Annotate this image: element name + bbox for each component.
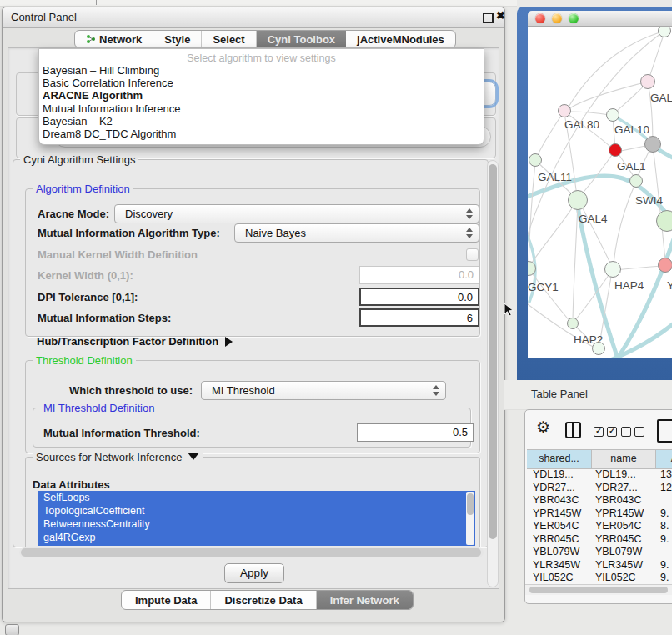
table-header-row: shared... name A <box>527 449 672 469</box>
table-row[interactable]: YBR045C YBR045C 9. <box>527 533 672 547</box>
control-panel-window: Control Panel ✖ Network Style Select Cyn… <box>2 7 505 622</box>
which-threshold-combobox[interactable]: MI Threshold <box>201 381 446 400</box>
deselect-all-columns-icon[interactable] <box>621 427 644 437</box>
network-node[interactable] <box>658 258 672 272</box>
gear-icon[interactable]: ⚙ <box>536 418 550 437</box>
mi-threshold-field[interactable]: 0.5 <box>357 423 474 442</box>
network-node[interactable] <box>592 342 605 355</box>
network-view-window: GALGAL80GAL10GAL1GAL11SWI4GAL4GCY1HAP4YH… <box>517 7 672 380</box>
menu-item-mutual-information[interactable]: Mutual Information Inference <box>39 102 484 115</box>
node-label: GAL4 <box>579 212 608 225</box>
settings-horizontal-scrollbar[interactable] <box>19 548 484 558</box>
cell-name: YDL19... <box>592 468 656 482</box>
tab-style[interactable]: Style <box>153 31 202 48</box>
network-node[interactable] <box>656 210 672 232</box>
table-row[interactable]: YDL19... YDL19... 13 <box>527 468 672 482</box>
minimized-panel-icon[interactable] <box>5 624 19 635</box>
tab-cyni-toolbox[interactable]: Cyni Toolbox <box>257 31 346 48</box>
node-label: SWI4 <box>635 194 663 207</box>
column-header-name[interactable]: name <box>592 450 656 468</box>
network-canvas[interactable]: GALGAL80GAL10GAL1GAL11SWI4GAL4GCY1HAP4YH… <box>528 27 672 358</box>
node-label: GAL11 <box>538 171 572 183</box>
cell-shared-name: YBL079W <box>527 546 592 559</box>
network-window-titlebar[interactable] <box>528 11 672 27</box>
close-traffic-light-icon[interactable] <box>535 13 545 23</box>
tab-select[interactable]: Select <box>202 31 256 48</box>
apply-button[interactable]: Apply <box>224 563 284 583</box>
close-icon[interactable]: ✖ <box>496 9 505 22</box>
table-row[interactable]: YIL052C YIL052C 9. <box>527 572 672 584</box>
list-item[interactable]: gal4RGexp <box>38 531 475 544</box>
network-node[interactable] <box>604 261 621 278</box>
stepper-arrows-icon <box>465 228 473 238</box>
menu-item-aracne[interactable]: ARACNE Algorithm <box>39 89 484 102</box>
network-node[interactable] <box>568 190 588 210</box>
network-node[interactable] <box>609 143 622 157</box>
tab-infer-network[interactable]: Infer Network <box>317 591 413 609</box>
tab-discretize-data[interactable]: Discretize Data <box>211 591 316 609</box>
menu-item-dream8[interactable]: Dream8 DC_TDC Algorithm <box>39 128 484 140</box>
network-node[interactable] <box>640 74 655 89</box>
network-node[interactable] <box>629 174 643 188</box>
tab-jactivemnodules[interactable]: jActiveMNodules <box>346 31 455 48</box>
bottom-tabbar: Impute Data Discretize Data Infer Networ… <box>121 590 414 610</box>
table-row[interactable]: YBL079W YBL079W <box>527 546 672 559</box>
scrollbar-thumb[interactable] <box>489 164 497 539</box>
settings-group-title: Cyni Algorithm Settings <box>20 153 138 166</box>
scrollbar-thumb[interactable] <box>21 548 481 557</box>
list-scrollbar[interactable] <box>466 492 474 545</box>
menu-item-basic-correlation[interactable]: Basic Correlation Inference <box>39 77 484 89</box>
threshold-definition-group: Threshold Definition Which threshold to … <box>25 360 480 453</box>
table-row[interactable]: YER054C YER054C 8. <box>527 520 672 533</box>
list-item[interactable]: TopologicalCoefficient <box>38 504 475 518</box>
mi-type-combobox[interactable]: Naive Bayes <box>234 223 479 242</box>
control-panel-tabbar: Network Style Select Cyni Toolbox jActiv… <box>74 30 456 48</box>
table-row[interactable]: YDR27... YDR27... 12 <box>527 482 672 495</box>
column-header-partial[interactable]: A <box>656 450 672 468</box>
list-item[interactable]: SelfLoops <box>38 491 475 504</box>
which-threshold-label: Which threshold to use: <box>69 384 193 397</box>
column-header-shared-name[interactable]: shared... <box>527 450 592 468</box>
export-table-icon[interactable] <box>657 419 672 442</box>
minimize-traffic-light-icon[interactable] <box>552 13 562 23</box>
menu-item-bayesian-k2[interactable]: Bayesian – K2 <box>39 115 484 128</box>
cell-value: 9. <box>656 533 672 547</box>
network-node[interactable] <box>567 318 579 329</box>
table-row[interactable]: YPR145W YPR145W 9. <box>527 508 672 521</box>
network-node[interactable] <box>558 104 571 118</box>
mi-steps-label: Mutual Information Steps: <box>38 312 171 324</box>
control-panel-titlebar[interactable]: Control Panel ✖ <box>3 8 504 28</box>
cell-shared-name: YDR27... <box>527 482 592 495</box>
data-attributes-list[interactable]: SelfLoops TopologicalCoefficient Between… <box>38 491 475 546</box>
mi-steps-field[interactable]: 6 <box>359 308 479 327</box>
manual-kernel-checkbox[interactable] <box>466 248 479 261</box>
cell-name: YLR345W <box>592 559 656 572</box>
table-panel: ⚙ ✓✓ shared... name A YDL19... YDL19... … <box>524 409 672 604</box>
zoom-traffic-light-icon[interactable] <box>569 13 579 23</box>
hub-definition-expander[interactable]: Hub/Transcription Factor Definition <box>37 335 233 348</box>
float-window-icon[interactable] <box>483 12 494 23</box>
network-node[interactable] <box>644 136 661 152</box>
tab-network[interactable]: Network <box>75 31 153 48</box>
table-row[interactable]: YBR043C YBR043C <box>527 494 672 508</box>
kernel-width-label: Kernel Width (0,1): <box>38 269 133 282</box>
column-layout-icon[interactable] <box>565 422 581 438</box>
dpi-tolerance-field[interactable]: 0.0 <box>359 288 479 306</box>
data-attributes-label: Data Attributes <box>33 478 110 491</box>
select-all-columns-icon[interactable]: ✓✓ <box>594 427 617 437</box>
kernel-width-field[interactable]: 0.0 <box>359 266 479 284</box>
cell-shared-name: YLR345W <box>527 559 592 572</box>
aracne-mode-combobox[interactable]: Discovery <box>114 204 479 223</box>
list-item[interactable]: BetweennessCentrality <box>38 518 475 531</box>
network-node[interactable] <box>606 108 619 122</box>
scrollbar-thumb[interactable] <box>529 587 668 593</box>
table-horizontal-scrollbar[interactable] <box>525 584 672 595</box>
sources-group-title[interactable]: Sources for Network Inference <box>33 451 203 463</box>
tab-impute-data[interactable]: Impute Data <box>122 591 211 609</box>
cell-value: 8. <box>656 520 672 533</box>
menu-item-bayesian-hill-climbing[interactable]: Bayesian – Hill Climbing <box>39 64 484 77</box>
dropdown-prompt: Select algorithm to view settings <box>39 52 484 64</box>
table-row[interactable]: YLR345W YLR345W 9. <box>527 559 672 572</box>
settings-vertical-scrollbar[interactable] <box>487 160 499 588</box>
network-node[interactable] <box>529 153 542 167</box>
